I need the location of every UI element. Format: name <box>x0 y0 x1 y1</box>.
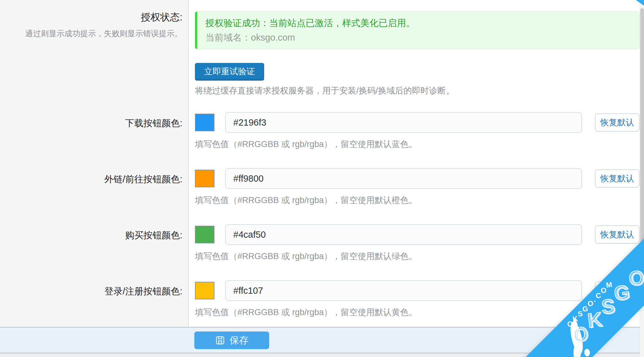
save-button[interactable]: 保存 <box>194 332 269 349</box>
download-color-swatch[interactable] <box>195 114 214 131</box>
download-color-row: 下载按钮颜色: 恢复默认 填写色值（#RRGGBB 或 rgb/rgba），留空… <box>0 106 644 162</box>
external-color-row: 外链/前往按钮颜色: 恢复默认 填写色值（#RRGGBB 或 rgb/rgba）… <box>0 162 644 218</box>
buy-color-content: 恢复默认 填写色值（#RRGGBB 或 rgb/rgba），留空使用默认绿色。 <box>189 218 644 274</box>
buy-color-swatch[interactable] <box>195 226 214 243</box>
download-color-help: 填写色值（#RRGGBB 或 rgb/rgba），留空使用默认蓝色。 <box>195 139 640 150</box>
buy-color-input[interactable] <box>225 224 582 245</box>
save-icon <box>215 335 225 345</box>
buy-color-label: 购买按钮颜色: <box>0 218 182 242</box>
auth-success-message: 授权验证成功：当前站点已激活，样式美化已启用。 <box>205 17 631 30</box>
login-color-swatch[interactable] <box>195 282 214 299</box>
retry-verification-button[interactable]: 立即重试验证 <box>195 63 264 80</box>
download-color-input[interactable] <box>225 112 582 133</box>
auth-status-label: 授权状态: <box>0 0 182 24</box>
buy-color-row: 购买按钮颜色: 恢复默认 填写色值（#RRGGBB 或 rgb/rgba），留空… <box>0 218 644 274</box>
download-color-content: 恢复默认 填写色值（#RRGGBB 或 rgb/rgba），留空使用默认蓝色。 <box>189 106 644 162</box>
login-color-row: 登录/注册按钮颜色: 恢复默认 填写色值（#RRGGBB 或 rgb/rgba）… <box>0 274 644 327</box>
save-button-label: 保存 <box>230 334 248 347</box>
buy-color-help: 填写色值（#RRGGBB 或 rgb/rgba），留空使用默认绿色。 <box>195 251 640 262</box>
login-color-label-cell: 登录/注册按钮颜色: <box>0 274 189 327</box>
external-color-input[interactable] <box>225 168 582 189</box>
auth-success-alert: 授权验证成功：当前站点已激活，样式美化已启用。 当前域名：oksgo.com <box>195 11 640 49</box>
login-color-label: 登录/注册按钮颜色: <box>0 274 182 298</box>
settings-form: 授权状态: 通过则显示成功提示，失败则显示错误提示。 授权验证成功：当前站点已激… <box>0 0 644 327</box>
auth-status-description: 通过则显示成功提示，失败则显示错误提示。 <box>0 28 182 39</box>
buy-color-reset-button[interactable]: 恢复默认 <box>595 225 640 244</box>
current-domain-text: 当前域名：oksgo.com <box>205 31 631 44</box>
external-color-help: 填写色值（#RRGGBB 或 rgb/rgba），留空使用默认橙色。 <box>195 195 640 206</box>
retry-help-text: 将绕过缓存直接请求授权服务器，用于安装/换码/换域后的即时诊断。 <box>195 85 640 96</box>
external-color-label: 外链/前往按钮颜色: <box>0 162 182 186</box>
auth-status-content: 授权验证成功：当前站点已激活，样式美化已启用。 当前域名：oksgo.com 立… <box>189 0 644 106</box>
external-color-label-cell: 外链/前往按钮颜色: <box>0 162 189 218</box>
external-color-content: 恢复默认 填写色值（#RRGGBB 或 rgb/rgba），留空使用默认橙色。 <box>189 162 644 218</box>
download-color-label: 下载按钮颜色: <box>0 106 182 130</box>
download-color-reset-button[interactable]: 恢复默认 <box>595 113 640 132</box>
download-color-label-cell: 下载按钮颜色: <box>0 106 189 162</box>
external-color-swatch[interactable] <box>195 170 214 187</box>
auth-status-label-cell: 授权状态: 通过则显示成功提示，失败则显示错误提示。 <box>0 0 189 106</box>
settings-page: 授权状态: 通过则显示成功提示，失败则显示错误提示。 授权验证成功：当前站点已激… <box>0 0 644 357</box>
external-color-reset-button[interactable]: 恢复默认 <box>595 169 640 188</box>
auth-status-row: 授权状态: 通过则显示成功提示，失败则显示错误提示。 授权验证成功：当前站点已激… <box>0 0 644 106</box>
buy-color-label-cell: 购买按钮颜色: <box>0 218 189 274</box>
login-color-input[interactable] <box>225 280 582 301</box>
